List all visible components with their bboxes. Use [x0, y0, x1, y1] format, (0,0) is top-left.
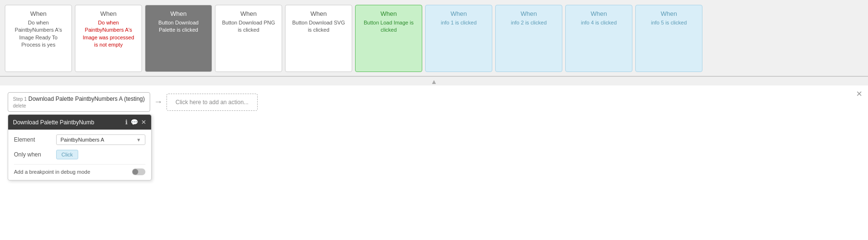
- popup-debug-row: Add a breakpoint in debug mode: [14, 164, 145, 175]
- card-4-when: When: [240, 10, 257, 17]
- card-10-when: When: [661, 10, 677, 17]
- popup-card: Download Palette PaintbyNumb ℹ 💬 ✕ Eleme…: [8, 114, 152, 180]
- popup-title: Download Palette PaintbyNumb: [13, 119, 125, 126]
- card-9[interactable]: When info 4 is clicked: [565, 5, 632, 72]
- arrow-icon: →: [154, 97, 163, 107]
- popup-comment-icon[interactable]: 💬: [131, 119, 138, 126]
- popup-body: Element PaintbyNumbers A ▼ Only when Cli…: [8, 130, 151, 180]
- card-2-desc: Do when PaintbyNumbers A's Image was pro…: [83, 19, 134, 49]
- add-action-label: Click here to add an action...: [176, 99, 249, 106]
- workflow-area: ✕ Step 1 Download Palette PaintbyNumbers…: [0, 85, 868, 240]
- card-5-when: When: [310, 10, 327, 17]
- card-2[interactable]: When Do when PaintbyNumbers A's Image wa…: [75, 5, 142, 72]
- card-7-desc: info 1 is clicked: [441, 19, 477, 26]
- step-delete[interactable]: delete: [13, 103, 145, 108]
- popup-only-when-label: Only when: [14, 151, 52, 158]
- card-5[interactable]: When Button Download SVG is clicked: [285, 5, 352, 72]
- popup-debug-toggle[interactable]: [132, 168, 145, 175]
- popup-element-label: Element: [14, 136, 52, 143]
- card-3-desc: Button Download Palette is clicked: [158, 19, 199, 34]
- card-7[interactable]: When info 1 is clicked: [425, 5, 492, 72]
- card-10[interactable]: When info 5 is clicked: [635, 5, 702, 72]
- card-4[interactable]: When Button Download PNG is clicked: [215, 5, 282, 72]
- popup-element-row: Element PaintbyNumbers A ▼: [14, 134, 145, 145]
- step-box[interactable]: Step 1 Download Palette PaintbyNumbers A…: [8, 92, 150, 112]
- card-9-desc: info 4 is clicked: [581, 19, 617, 26]
- popup-header-icons: ℹ 💬 ✕: [125, 119, 146, 126]
- step-name: Download Palette PaintbyNumbers A (testi…: [28, 96, 145, 102]
- card-4-desc: Button Download PNG is clicked: [222, 19, 275, 34]
- popup-element-select[interactable]: PaintbyNumbers A ▼: [56, 134, 145, 145]
- card-10-desc: info 5 is clicked: [651, 19, 687, 26]
- popup-info-icon[interactable]: ℹ: [125, 119, 128, 126]
- card-3[interactable]: When Button Download Palette is clicked: [145, 5, 212, 72]
- step-label: Step 1: [13, 96, 27, 102]
- card-1[interactable]: When Do when PaintbyNumbers A's Image Re…: [5, 5, 72, 72]
- add-action-box[interactable]: Click here to add an action...: [166, 94, 258, 111]
- card-5-desc: Button Download SVG is clicked: [292, 19, 345, 34]
- card-8-when: When: [521, 10, 537, 17]
- card-7-when: When: [451, 10, 467, 17]
- popup-click-label: Click: [61, 152, 73, 157]
- popup-close-icon[interactable]: ✕: [141, 119, 146, 126]
- card-1-desc: Do when PaintbyNumbers A's Image Ready T…: [15, 19, 62, 49]
- card-2-when: When: [100, 10, 117, 17]
- card-3-when: When: [170, 10, 187, 17]
- scroll-down-arrow[interactable]: ▲: [0, 77, 868, 85]
- card-8-desc: info 2 is clicked: [511, 19, 547, 26]
- popup-debug-label: Add a breakpoint in debug mode: [14, 169, 90, 175]
- popup-header: Download Palette PaintbyNumb ℹ 💬 ✕: [8, 115, 151, 130]
- popup-click-badge[interactable]: Click: [56, 150, 78, 159]
- card-1-when: When: [30, 10, 47, 17]
- card-6[interactable]: When Button Load Image is clicked: [355, 5, 422, 72]
- card-8[interactable]: When info 2 is clicked: [495, 5, 562, 72]
- popup-select-arrow-icon: ▼: [136, 137, 141, 143]
- toggle-knob: [132, 169, 138, 175]
- workflow-row: Step 1 Download Palette PaintbyNumbers A…: [0, 85, 868, 114]
- card-9-when: When: [591, 10, 607, 17]
- card-6-desc: Button Load Image is clicked: [364, 19, 414, 34]
- popup-only-when-row: Only when Click: [14, 150, 145, 159]
- popup-element-value: PaintbyNumbers A: [60, 137, 104, 143]
- cards-bar: When Do when PaintbyNumbers A's Image Re…: [0, 0, 868, 77]
- card-6-when: When: [380, 10, 397, 17]
- close-button[interactable]: ✕: [856, 89, 862, 98]
